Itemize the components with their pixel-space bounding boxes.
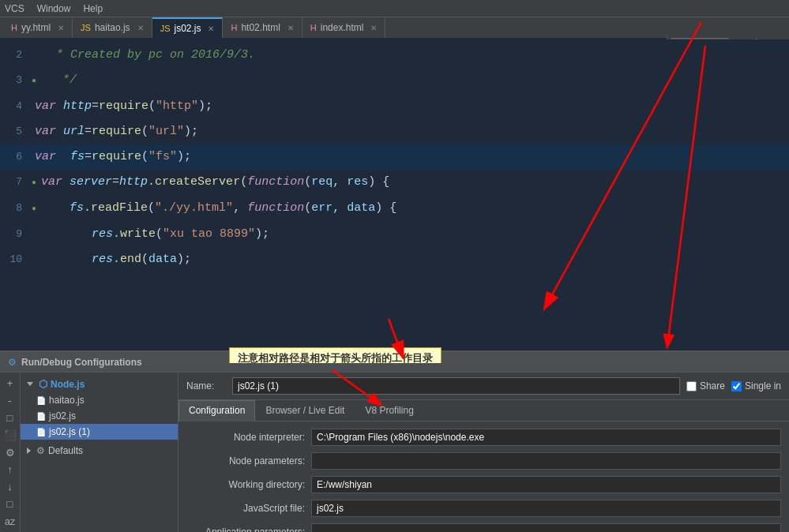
js02-label: js02.js bbox=[49, 410, 76, 421]
node-interpreter-row: Node interpreter: C:\Program Files (x86)… bbox=[186, 428, 781, 447]
node-parameters-value[interactable] bbox=[311, 452, 781, 470]
close-tab-haitao[interactable]: ✕ bbox=[137, 24, 144, 32]
share-checkbox-area[interactable]: Share bbox=[686, 380, 725, 392]
node-parameters-row: Node parameters: bbox=[186, 451, 781, 470]
annotation-box: 注意相对路径是相对于箭头所指的工作目录 bbox=[229, 347, 441, 363]
move-up-button[interactable]: ↑ bbox=[2, 462, 18, 477]
code-editor[interactable]: 2 * Created by pc on 2016/9/3. 3 ● */ 4 … bbox=[0, 39, 789, 363]
tab-ht02-html[interactable]: H ht02.html ✕ bbox=[223, 17, 302, 38]
name-row: Name: Share Single in bbox=[178, 373, 789, 400]
name-label: Name: bbox=[186, 380, 226, 392]
js02-1-file-icon: 📄 bbox=[36, 428, 46, 436]
single-in-label: Single in bbox=[745, 380, 781, 392]
menu-vcs[interactable]: VCS bbox=[5, 3, 24, 14]
close-tab-js02[interactable]: ✕ bbox=[208, 24, 214, 33]
sort-button[interactable]: az bbox=[2, 514, 18, 529]
menubar: VCS Window Help bbox=[0, 0, 789, 17]
tab-haitao-js[interactable]: JS haitao.js ✕ bbox=[73, 17, 152, 38]
code-line-8: 8 ● fs.readFile("./yy.html", function(er… bbox=[0, 196, 789, 222]
tree-item-haitao[interactable]: 📄 haitao.js bbox=[21, 392, 178, 408]
working-directory-label: Working directory: bbox=[186, 479, 305, 490]
move-down-button[interactable]: ↓ bbox=[2, 479, 18, 494]
js02-1-label: js02.js (1) bbox=[49, 426, 90, 437]
config-form: Node interpreter: C:\Program Files (x86)… bbox=[178, 421, 789, 532]
nodejs-group-label: Node.js bbox=[51, 379, 85, 390]
tab-yy-html[interactable]: H yy.html ✕ bbox=[3, 17, 73, 38]
share-label: Share bbox=[700, 380, 725, 392]
nodejs-group-icon: ⬡ bbox=[39, 378, 47, 390]
javascript-file-value[interactable]: js02.js bbox=[311, 500, 781, 517]
tree-item-js02[interactable]: 📄 js02.js bbox=[21, 408, 178, 424]
config-tabs: Configuration Browser / Live Edit V8 Pro… bbox=[178, 400, 789, 421]
javascript-file-label: JavaScript file: bbox=[186, 503, 305, 514]
code-line-3: 3 ● */ bbox=[0, 68, 789, 94]
haitao-file-icon: 📄 bbox=[36, 396, 46, 405]
tabbar: H yy.html ✕ JS haitao.js ✕ JS js02.js ✕ … bbox=[0, 17, 789, 39]
app-parameters-row: Application parameters: bbox=[186, 523, 781, 532]
panel-toolbar: + - □ ⬛ ⚙ ↑ ↓ □ az bbox=[0, 373, 21, 532]
expand-nodejs-icon bbox=[27, 382, 33, 386]
menu-window[interactable]: Window bbox=[37, 3, 71, 14]
share-checkbox[interactable] bbox=[686, 381, 697, 392]
js02-file-icon: 📄 bbox=[36, 412, 46, 421]
haitao-label: haitao.js bbox=[49, 395, 85, 406]
tree-defaults[interactable]: ⚙ Defaults bbox=[21, 443, 178, 459]
code-line-2: 2 * Created by pc on 2016/9/3. bbox=[0, 43, 789, 68]
code-line-5: 5 var url=require("url"); bbox=[0, 119, 789, 144]
tree-panel: ⬡ Node.js 📄 haitao.js 📄 js02.js 📄 js02.j… bbox=[21, 373, 178, 532]
working-directory-value[interactable]: E:/ww/shiyan bbox=[311, 476, 781, 493]
code-line-4: 4 var http=require("http"); bbox=[0, 94, 789, 119]
code-line-10: 10 res.end(data); bbox=[0, 247, 789, 272]
javascript-file-row: JavaScript file: js02.js bbox=[186, 499, 781, 518]
tab-configuration[interactable]: Configuration bbox=[178, 400, 255, 421]
tree-item-js02-1[interactable]: 📄 js02.js (1) bbox=[21, 424, 178, 440]
name-input[interactable] bbox=[232, 377, 680, 395]
working-directory-row: Working directory: E:/ww/shiyan bbox=[186, 475, 781, 494]
remove-config-button[interactable]: - bbox=[2, 393, 18, 408]
tab-v8-profiling[interactable]: V8 Profiling bbox=[355, 400, 423, 421]
tab-index-html[interactable]: H index.html ✕ bbox=[302, 17, 386, 38]
node-parameters-label: Node parameters: bbox=[186, 455, 305, 466]
single-in-checkbox[interactable] bbox=[731, 381, 742, 392]
bottom-panel: ⚙ Run/Debug Configurations + - □ ⬛ ⚙ ↑ ↓… bbox=[0, 350, 789, 532]
close-tab-index[interactable]: ✕ bbox=[370, 24, 377, 32]
config-panel: Name: Share Single in Configuration bbox=[178, 373, 789, 532]
tree-nodejs-group[interactable]: ⬡ Node.js bbox=[21, 376, 178, 392]
tab-js02-js[interactable]: JS js02.js ✕ bbox=[152, 17, 224, 38]
node-interpreter-value[interactable]: C:\Program Files (x86)\nodejs\node.exe bbox=[311, 429, 781, 446]
defaults-icon: ⚙ bbox=[36, 445, 45, 456]
settings-config-button[interactable]: ⚙ bbox=[2, 445, 18, 460]
expand-defaults-icon bbox=[27, 448, 31, 454]
app-parameters-value[interactable] bbox=[311, 523, 781, 532]
tab-browser-live-edit[interactable]: Browser / Live Edit bbox=[255, 400, 355, 421]
code-line-7: 7 ● var server=http.createServer(functio… bbox=[0, 170, 789, 196]
add-config-button[interactable]: + bbox=[2, 376, 18, 391]
close-tab-ht02[interactable]: ✕ bbox=[287, 24, 294, 32]
annotation-text: 注意相对路径是相对于箭头所指的工作目录 bbox=[238, 352, 433, 363]
node-interpreter-label: Node interpreter: bbox=[186, 432, 305, 443]
menu-help[interactable]: Help bbox=[83, 3, 103, 14]
panel-body: + - □ ⬛ ⚙ ↑ ↓ □ az ⬡ Node.js 📄 hait bbox=[0, 373, 789, 532]
panel-title: Run/Debug Configurations bbox=[21, 357, 142, 368]
code-line-6: 6 var fs=require("fs"); bbox=[0, 144, 789, 170]
code-line-9: 9 res.write("xu tao 8899"); bbox=[0, 222, 789, 247]
copy-config-button[interactable]: □ bbox=[2, 410, 18, 425]
save-config-button[interactable]: ⬛ bbox=[2, 428, 18, 443]
defaults-label: Defaults bbox=[48, 445, 83, 456]
single-in-area: Single in bbox=[731, 380, 781, 392]
close-tab-yy[interactable]: ✕ bbox=[58, 24, 64, 32]
panel-title-icon: ⚙ bbox=[8, 357, 17, 368]
app-parameters-label: Application parameters: bbox=[186, 526, 305, 532]
share-button[interactable]: □ bbox=[2, 496, 18, 511]
